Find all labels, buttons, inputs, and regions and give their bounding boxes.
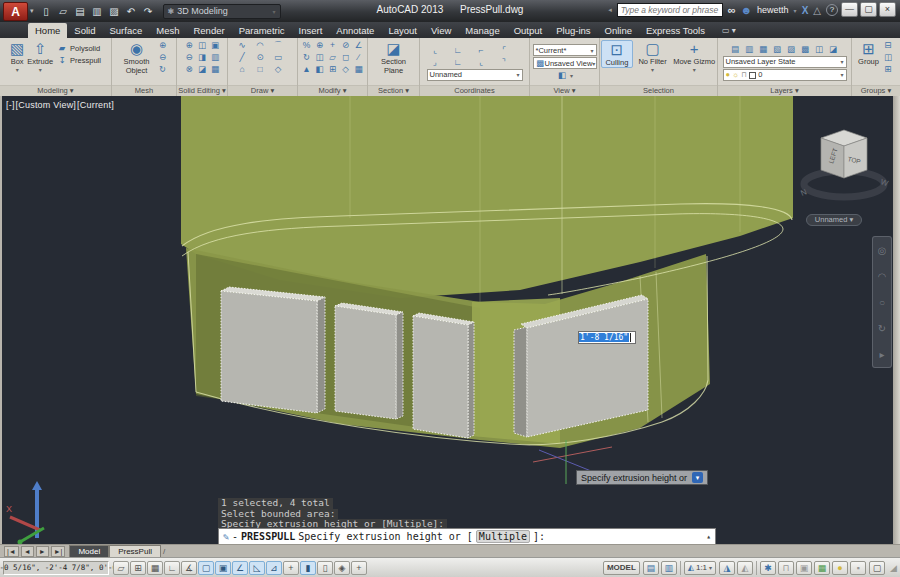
application-menu-button[interactable]: A (3, 2, 28, 21)
modify-tool-icon[interactable]: ◻ (340, 52, 352, 63)
snap-mode-toggle[interactable]: ⊞ (130, 561, 146, 575)
infocenter-collapse-icon[interactable]: ◂ (608, 6, 612, 14)
save-as-icon[interactable]: ▥ (91, 6, 104, 17)
infer-constraints-toggle[interactable]: ▱ (113, 561, 129, 575)
solid-editing-icon[interactable]: ▣ (209, 40, 221, 51)
showmotion-icon[interactable]: ▸ (879, 349, 884, 360)
modify-tool-icon[interactable]: ∠ (353, 40, 365, 51)
ribbon-tab[interactable]: Insert (292, 23, 330, 38)
modify-tool-icon[interactable]: % (301, 40, 313, 51)
object-snap-tracking-toggle[interactable]: ∠ (232, 561, 248, 575)
plot-icon[interactable]: ▨ (108, 6, 121, 17)
ribbon-tab[interactable]: Online (598, 23, 639, 38)
section-plane-button[interactable]: ◪ Section Plane (376, 40, 412, 75)
annotation-visibility-icon[interactable]: ◮ (719, 561, 735, 575)
draw-tool-icon[interactable]: ╱ (236, 52, 248, 63)
ucs-tool-icon[interactable]: ∟ (452, 57, 464, 68)
layout-nav-arrow[interactable]: ► (36, 546, 49, 557)
solid-editing-icon[interactable]: ⊖ (183, 52, 195, 63)
panel-label-solid-editing[interactable]: Solid Editing ▾ (177, 85, 227, 96)
open-file-icon[interactable]: ▱ (57, 6, 70, 17)
help-icon[interactable]: ? (826, 4, 838, 16)
modify-tool-icon[interactable]: ↻ (301, 52, 313, 63)
layer-tool-icon[interactable]: ▧ (771, 44, 783, 55)
pan-icon[interactable]: ◠ (878, 271, 887, 282)
panel-label-modeling[interactable]: Modeling ▾ (0, 85, 111, 96)
panel-label-section[interactable]: Section ▾ (368, 85, 419, 96)
draw-tool-icon[interactable]: ◇ (272, 64, 284, 75)
autodesk-360-icon[interactable]: △ (813, 5, 821, 16)
navigation-bar[interactable]: ◎◠○↻▸ (872, 236, 892, 368)
layer-tool-icon[interactable]: ▨ (785, 44, 797, 55)
panel-label-coordinates[interactable]: Coordinates (420, 85, 529, 96)
exchange-apps-icon[interactable]: X (802, 5, 809, 16)
layer-tool-icon[interactable]: ▤ (729, 44, 741, 55)
ribbon-tab[interactable]: Surface (102, 23, 149, 38)
layer-tool-icon[interactable]: ◪ (827, 44, 839, 55)
dynamic-input-field[interactable]: 1'-8 1/16" (578, 331, 636, 344)
draw-tool-icon[interactable]: ⊙ (254, 52, 266, 63)
dynamic-ucs-toggle[interactable]: ◺ (249, 561, 265, 575)
layer-tool-icon[interactable]: ◫ (813, 44, 825, 55)
ribbon-tab[interactable]: Parametric (232, 23, 292, 38)
group-button[interactable]: ⊞ Group (858, 40, 879, 66)
redo-icon[interactable]: ↷ (142, 6, 155, 17)
3d-object-snap-toggle[interactable]: ▣ (215, 561, 231, 575)
resize-grip[interactable]: ◢ (890, 563, 897, 573)
no-filter-button[interactable]: ▢ No Filter ▾ (636, 40, 670, 75)
presspull-button[interactable]: ↧ Presspull (56, 55, 101, 66)
quick-view-layouts-icon[interactable]: ▤ (643, 561, 659, 575)
isolate-objects-icon[interactable]: ● (832, 561, 848, 575)
layout-nav-arrow[interactable]: |◄ (4, 546, 19, 557)
ucs-tool-icon[interactable]: ⌟ (429, 57, 441, 68)
modify-tool-icon[interactable]: ⊞ (327, 64, 339, 75)
move-gizmo-button[interactable]: + Move Gizmo ▾ (672, 40, 716, 75)
coordinates-readout[interactable]: 3'-0 5/16", -2'-4 7/8", 0'-0" (3, 561, 109, 575)
layer-tool-icon[interactable]: ▩ (799, 44, 811, 55)
application-menu-arrow-icon[interactable]: ▾ (30, 7, 34, 15)
minimize-button[interactable]: — (841, 2, 858, 17)
layer-tool-icon[interactable]: ▦ (757, 44, 769, 55)
3d-model-canvas[interactable]: X N W LEFT TOP (0, 96, 900, 544)
view-control[interactable]: [Custom View] (16, 100, 76, 110)
solid-editing-icon[interactable]: ◫ (196, 40, 208, 51)
command-line-icon[interactable]: ✎ (223, 531, 229, 542)
navigation-wheel-icon[interactable]: ◎ (878, 245, 887, 256)
modify-tool-icon[interactable]: ◫ (314, 52, 326, 63)
layer-state-dropdown[interactable]: Unsaved Layer State ▾ (723, 56, 847, 68)
viewport-menu-control[interactable]: [-] (6, 100, 15, 110)
solid-editing-icon[interactable]: ◪ (196, 64, 208, 75)
save-icon[interactable]: ▤ (74, 6, 87, 17)
panel-label-groups[interactable]: Groups ▾ (852, 85, 900, 96)
command-history-expand-icon[interactable]: ▴ (706, 532, 711, 541)
command-line[interactable]: ✎ - PRESSPULL Specify extrusion height o… (218, 528, 716, 545)
modify-tool-icon[interactable]: ▱ (327, 52, 339, 63)
annotation-monitor-toggle[interactable]: + (351, 561, 367, 575)
panel-label-modify[interactable]: Modify ▾ (298, 85, 367, 96)
ribbon-tab[interactable]: Solid (67, 23, 102, 38)
ucs-tool-icon[interactable]: ⌞ (475, 57, 487, 68)
dynamic-input-toggle[interactable]: ⊿ (266, 561, 282, 575)
presspull-face-3[interactable] (413, 313, 474, 438)
search-input[interactable] (617, 3, 723, 17)
layer-dropdown[interactable]: ● ☼ ⊓ 0 ▾ (723, 69, 847, 81)
quick-properties-toggle[interactable]: ▯ (317, 561, 333, 575)
layout-tab[interactable]: PressPull (109, 545, 161, 557)
presspull-face-2[interactable] (335, 303, 403, 419)
modify-tool-icon[interactable]: ⊕ (314, 40, 326, 51)
search-icon[interactable]: ∞ (728, 4, 736, 16)
ribbon-tab[interactable]: Home (28, 23, 67, 38)
modify-tool-icon[interactable]: ∕ (353, 52, 365, 63)
ucs-tool-icon[interactable]: ∟ (452, 45, 464, 56)
modify-tool-icon[interactable]: + (327, 40, 339, 51)
layout-nav-arrow[interactable]: ►| (51, 546, 66, 557)
panel-label-selection[interactable]: Selection (600, 85, 717, 96)
viewcube[interactable]: N W LEFT TOP (799, 130, 889, 198)
clean-screen-button[interactable]: ▢ (869, 561, 885, 575)
smooth-object-button[interactable]: ◉ Smooth Object (120, 40, 154, 75)
panel-label-layers[interactable]: Layers ▾ (718, 85, 851, 96)
workspace-switching-icon[interactable]: ✱ (760, 561, 776, 575)
polar-tracking-toggle[interactable]: ∡ (181, 561, 197, 575)
ribbon-tab[interactable]: View (424, 23, 458, 38)
ribbon-minimize-icon[interactable]: ▭ ▾ (722, 26, 736, 35)
